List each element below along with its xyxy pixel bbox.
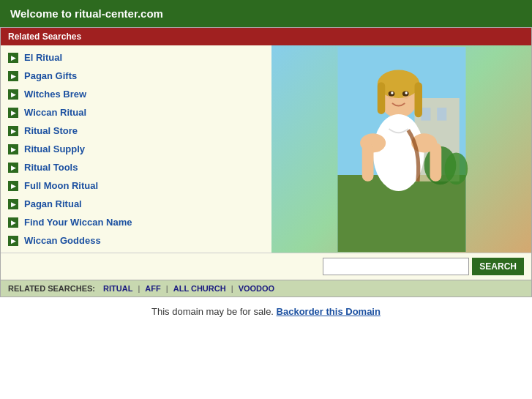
related-searches-label: Related Searches <box>8 31 81 42</box>
list-item[interactable]: ▶Ritual Store <box>1 122 271 140</box>
list-item[interactable]: ▶Find Your Wiccan Name <box>1 213 271 231</box>
bottom-related-link[interactable]: RITUAL <box>103 284 132 293</box>
bottom-related-link[interactable]: VOODOO <box>239 284 275 293</box>
list-item[interactable]: ▶Pagan Gifts <box>1 67 271 85</box>
svg-rect-21 <box>361 143 373 182</box>
svg-rect-22 <box>430 143 441 182</box>
arrow-icon: ▶ <box>8 53 18 63</box>
link-text[interactable]: Witches Brew <box>24 89 86 100</box>
arrow-icon: ▶ <box>8 199 18 209</box>
arrow-icon: ▶ <box>8 217 18 228</box>
arrow-icon: ▶ <box>8 144 18 154</box>
link-text[interactable]: Wiccan Ritual <box>24 107 86 118</box>
list-item[interactable]: ▶Ritual Tools <box>1 158 271 176</box>
arrow-icon: ▶ <box>8 89 18 100</box>
list-item[interactable]: ▶El Ritual <box>1 48 271 67</box>
list-item[interactable]: ▶Ritual Supply <box>1 140 271 158</box>
bottom-related-link[interactable]: ALL CHURCH <box>173 284 226 293</box>
link-text[interactable]: Ritual Tools <box>24 162 78 173</box>
list-item[interactable]: ▶Witches Brew <box>1 85 271 103</box>
link-text[interactable]: El Ritual <box>24 52 62 63</box>
arrow-icon: ▶ <box>8 236 18 246</box>
arrow-icon: ▶ <box>8 181 18 191</box>
separator: | <box>135 284 142 293</box>
image-column <box>271 45 531 253</box>
arrow-icon: ▶ <box>8 126 18 136</box>
svg-point-16 <box>405 92 408 94</box>
link-text[interactable]: Wiccan Goddess <box>24 235 101 246</box>
svg-rect-3 <box>421 108 430 121</box>
bottom-related-label: RELATED SEARCHES: <box>8 284 95 293</box>
link-text[interactable]: Ritual Store <box>24 125 78 136</box>
arrow-icon: ▶ <box>8 71 18 81</box>
arrow-icon: ▶ <box>8 108 18 118</box>
list-item[interactable]: ▶Full Moon Ritual <box>1 176 271 195</box>
search-button[interactable]: SEARCH <box>472 258 524 275</box>
svg-rect-10 <box>414 82 422 117</box>
links-column: ▶El Ritual▶Pagan Gifts▶Witches Brew▶Wicc… <box>1 45 271 253</box>
arrow-icon: ▶ <box>8 163 18 173</box>
link-text[interactable]: Pagan Gifts <box>24 70 77 81</box>
link-text[interactable]: Ritual Supply <box>24 143 85 154</box>
main-box: Related Searches ▶El Ritual▶Pagan Gifts▶… <box>0 27 532 297</box>
search-bar-row: SEARCH <box>1 253 531 280</box>
header-title: Welcome to ritual-center.com <box>10 7 163 20</box>
list-item[interactable]: ▶Wiccan Ritual <box>1 103 271 122</box>
link-text[interactable]: Pagan Ritual <box>24 198 82 209</box>
bottom-related-row: RELATED SEARCHES: RITUAL | AFF | ALL CHU… <box>1 280 531 297</box>
list-item[interactable]: ▶Pagan Ritual <box>1 195 271 213</box>
bottom-related-link[interactable]: AFF <box>145 284 160 293</box>
person-illustration <box>329 47 475 252</box>
separator: | <box>229 284 236 293</box>
related-searches-bar: Related Searches <box>1 28 531 45</box>
search-input[interactable] <box>323 258 469 275</box>
svg-point-15 <box>391 92 394 94</box>
svg-point-6 <box>444 152 468 184</box>
svg-rect-9 <box>377 82 385 114</box>
link-text[interactable]: Full Moon Ritual <box>24 180 98 191</box>
svg-rect-4 <box>437 108 446 121</box>
footer-text: This domain may be for sale. <box>151 306 274 317</box>
separator: | <box>164 284 171 293</box>
footer: This domain may be for sale. Backorder t… <box>0 297 532 326</box>
list-item[interactable]: ▶Wiccan Goddess <box>1 231 271 250</box>
person-image <box>271 45 531 253</box>
page-header: Welcome to ritual-center.com <box>0 0 532 27</box>
content-area: ▶El Ritual▶Pagan Gifts▶Witches Brew▶Wicc… <box>1 45 531 253</box>
backorder-link[interactable]: Backorder this Domain <box>277 306 381 317</box>
link-text[interactable]: Find Your Wiccan Name <box>24 217 132 228</box>
